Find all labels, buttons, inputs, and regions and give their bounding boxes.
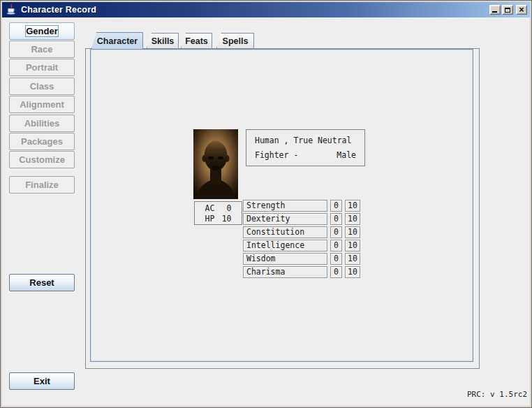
hp-row: HP 10 xyxy=(205,214,232,224)
close-button[interactable]: × xyxy=(516,5,527,15)
ability-mod: 0 xyxy=(330,226,342,238)
sidebar-button-finalize[interactable]: Finalize xyxy=(9,176,75,194)
ability-name: Strength xyxy=(243,200,327,212)
sidebar-button-race[interactable]: Race xyxy=(9,41,75,58)
ac-value: 0 xyxy=(227,203,232,213)
button-label: Exit xyxy=(34,376,50,386)
sidebar-button-gender[interactable]: Gender xyxy=(9,22,75,40)
ac-label: AC xyxy=(205,203,215,213)
sidebar-button-class[interactable]: Class xyxy=(9,78,75,95)
ac-row: AC 0 xyxy=(205,203,232,213)
button-label: Abilities xyxy=(24,118,60,129)
hp-label: HP xyxy=(205,214,215,224)
button-label: Customize xyxy=(19,154,65,165)
character-summary-box: Human , True Neutral Fighter - Male xyxy=(246,129,365,166)
sidebar-button-customize[interactable]: Customize xyxy=(9,151,75,168)
title-bar[interactable]: Character Record × xyxy=(2,2,530,17)
gender-text: Male xyxy=(337,150,356,160)
ability-name: Charisma xyxy=(243,266,327,278)
maximize-button[interactable] xyxy=(502,5,513,15)
window-title: Character Record xyxy=(21,5,96,15)
sidebar-button-abilities[interactable]: Abilities xyxy=(9,115,75,132)
minimize-icon xyxy=(492,11,497,13)
ability-score: 10 xyxy=(345,240,360,252)
character-record-window: Character Record × Gender Race Portrait … xyxy=(0,0,532,408)
hp-value: 10 xyxy=(222,214,232,224)
ability-name: Wisdom xyxy=(243,253,327,265)
button-label: Alignment xyxy=(20,99,64,110)
reset-button[interactable]: Reset xyxy=(9,274,75,291)
window-controls: × xyxy=(489,5,527,15)
button-label: Reset xyxy=(29,277,54,288)
ability-mod: 0 xyxy=(330,266,342,278)
tab-feats[interactable]: Feats xyxy=(181,33,212,48)
ability-name: Dexterity xyxy=(243,213,327,225)
tab-label: Character xyxy=(97,36,138,46)
ability-score: 10 xyxy=(345,213,360,225)
ability-name: Constitution xyxy=(243,226,327,238)
button-label: Gender xyxy=(26,26,58,36)
button-label: Portrait xyxy=(26,62,58,73)
tab-spells[interactable]: Spells xyxy=(216,33,254,48)
tab-label: Spells xyxy=(223,36,249,46)
maximize-icon xyxy=(505,8,510,13)
ability-score: 10 xyxy=(345,200,360,212)
combat-stats-box: AC 0 HP 10 xyxy=(194,201,242,225)
ability-mod: 0 xyxy=(330,213,342,225)
java-coffee-cup-icon xyxy=(6,4,17,15)
button-label: Finalize xyxy=(25,180,59,190)
ability-score: 10 xyxy=(345,226,360,238)
ability-name: Intelligence xyxy=(243,240,327,252)
tab-character[interactable]: Character xyxy=(91,32,143,49)
button-label: Race xyxy=(31,44,52,54)
ability-mod: 0 xyxy=(330,240,342,252)
button-label: Packages xyxy=(21,136,63,147)
sidebar-button-alignment[interactable]: Alignment xyxy=(9,96,75,113)
version-label: PRC: v 1.5rc2 xyxy=(467,390,527,399)
ability-score: 10 xyxy=(345,266,360,278)
ability-score: 10 xyxy=(345,253,360,265)
race-alignment-text: Human , True Neutral xyxy=(255,136,356,145)
sidebar-button-packages[interactable]: Packages xyxy=(9,133,75,150)
class-text: Fighter - xyxy=(255,150,298,160)
tab-skills[interactable]: Skills xyxy=(147,33,179,48)
minimize-button[interactable] xyxy=(489,5,501,15)
ability-mod: 0 xyxy=(330,200,342,212)
exit-button[interactable]: Exit xyxy=(9,372,75,390)
ability-mod: 0 xyxy=(330,253,342,265)
character-portrait xyxy=(193,129,238,199)
tab-label: Feats xyxy=(185,36,208,46)
button-label: Class xyxy=(30,81,54,92)
sidebar-button-portrait[interactable]: Portrait xyxy=(9,59,75,76)
tab-label: Skills xyxy=(152,36,175,46)
close-icon: × xyxy=(519,6,524,13)
